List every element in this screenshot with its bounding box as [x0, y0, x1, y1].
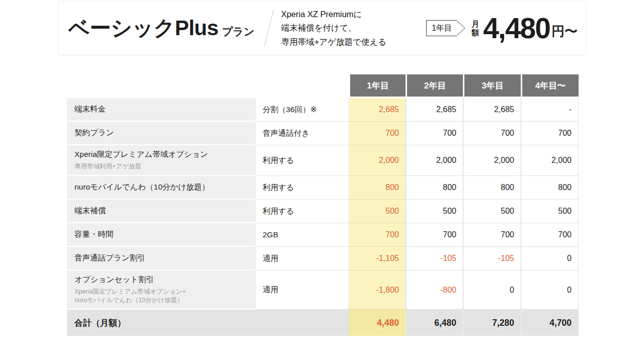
badge-label: 1年目	[426, 20, 457, 36]
row-sublabel: Xperia限定プレミアム帯域オプション+ nuroモバイルでんわ（10分かけ放…	[74, 288, 250, 305]
row-option: 2GB	[255, 223, 349, 247]
row-value-year-3: 800	[463, 176, 521, 200]
row-value-year-1: 2,685	[349, 98, 406, 122]
plan-description-line: 専用帯域+アゲ放題で使える	[281, 35, 387, 49]
column-header-year-3: 3年目	[463, 74, 521, 98]
table-row: 端末料金分割（36回）※2,6852,6852,685-	[67, 98, 579, 122]
row-value-year-1: 700	[349, 122, 406, 145]
plan-description-line: 端末補償を付けて、	[281, 21, 387, 35]
price-amount: 4,480	[483, 14, 550, 43]
row-label-text: 端末料金	[74, 104, 250, 115]
first-year-badge: 1年目	[426, 20, 465, 36]
total-value-year-1: 4,480	[349, 310, 406, 336]
row-label: nuroモバイルでんわ（10分かけ放題）	[67, 176, 255, 200]
total-value-year-4: 4,700	[521, 310, 579, 336]
row-option: 利用する	[255, 200, 349, 223]
row-option: 利用する	[255, 176, 349, 200]
slash-divider	[264, 10, 274, 46]
row-value-year-1: 700	[349, 223, 406, 247]
row-value-year-4: 0	[521, 247, 579, 270]
row-label: オプションセット割引Xperia限定プレミアム帯域オプション+ nuroモバイル…	[67, 270, 255, 310]
row-value-year-4: -	[521, 98, 579, 122]
row-value-year-3: -105	[463, 247, 521, 270]
row-value-year-1: 800	[349, 176, 406, 200]
row-label-text: 端末補償	[74, 206, 250, 216]
row-label: 端末補償	[67, 200, 255, 223]
row-value-year-3: 700	[463, 122, 521, 145]
row-value-year-4: 700	[521, 122, 579, 145]
row-value-year-4: 2,000	[521, 145, 579, 176]
row-value-year-2: -800	[406, 270, 463, 310]
row-label-text: nuroモバイルでんわ（10分かけ放題）	[74, 182, 250, 193]
row-value-year-1: -1,800	[349, 270, 406, 310]
plan-name: ベーシックPlus	[68, 14, 218, 42]
row-option: 適用	[255, 270, 349, 310]
row-label-text: オプションセット割引	[74, 275, 250, 285]
per-month-label: 月額	[471, 20, 479, 37]
row-label-text: Xperia限定プレミアム帯域オプション	[74, 149, 250, 160]
row-value-year-4: 0	[521, 270, 579, 310]
row-value-year-3: 2,000	[463, 145, 521, 176]
table-row: 音声通話プラン割引適用-1,105-105-1050	[67, 247, 579, 270]
row-label-text: 容量・時間	[74, 229, 250, 240]
row-value-year-4: 500	[521, 200, 579, 223]
row-value-year-2: 500	[406, 200, 463, 223]
plan-suffix: プラン	[222, 25, 254, 39]
row-value-year-3: 500	[463, 200, 521, 223]
row-value-year-2: 2,000	[406, 145, 463, 176]
row-label: Xperia限定プレミアム帯域オプション専用帯域利用+アゲ放題	[67, 145, 255, 176]
plan-header-card: ベーシックPlus プラン Xperia XZ Premiumに 端末補償を付け…	[58, 1, 586, 55]
total-label: 合計（月額）	[67, 310, 349, 336]
row-label: 端末料金	[67, 98, 255, 122]
price-block: 1年目 月額 4,480 円〜	[426, 14, 578, 43]
row-option: 音声通話付き	[255, 122, 349, 145]
row-option: 利用する	[255, 145, 349, 176]
column-header-year-4: 4年目〜	[521, 74, 579, 98]
price-unit: 円〜	[551, 23, 578, 43]
row-value-year-3: 2,685	[463, 98, 521, 122]
row-value-year-4: 700	[521, 223, 579, 247]
row-value-year-2: -105	[406, 247, 463, 270]
row-value-year-2: 700	[406, 223, 463, 247]
table-row: 端末補償利用する500500500500	[67, 200, 579, 223]
row-value-year-1: 500	[349, 200, 406, 223]
row-label-text: 契約プラン	[74, 128, 250, 138]
row-value-year-4: 800	[521, 176, 579, 200]
row-value-year-2: 2,685	[406, 98, 463, 122]
total-row: 合計（月額）4,4806,4807,2804,700	[67, 310, 579, 336]
table-row: 契約プラン音声通話付き700700700700	[67, 122, 579, 145]
pricing-table: 1年目2年目3年目4年目〜 端末料金分割（36回）※2,6852,6852,68…	[67, 74, 579, 336]
column-header-year-2: 2年目	[406, 74, 463, 98]
header-blank-cell	[67, 74, 349, 98]
row-value-year-1: 2,000	[349, 145, 406, 176]
row-value-year-2: 800	[406, 176, 463, 200]
row-option: 分割（36回）※	[255, 98, 349, 122]
row-sublabel: 専用帯域利用+アゲ放題	[74, 162, 250, 171]
row-label-text: 音声通話プラン割引	[74, 253, 250, 263]
plan-description-line: Xperia XZ Premiumに	[281, 8, 387, 22]
total-value-year-3: 7,280	[463, 310, 521, 336]
row-option: 適用	[255, 247, 349, 270]
plan-title: ベーシックPlus プラン	[68, 14, 255, 42]
table-row: 容量・時間2GB700700700700	[67, 223, 579, 247]
total-value-year-2: 6,480	[406, 310, 463, 336]
plan-page: ベーシックPlus プラン Xperia XZ Premiumに 端末補償を付け…	[58, 1, 586, 336]
plan-description: Xperia XZ Premiumに 端末補償を付けて、 専用帯域+アゲ放題で使…	[281, 8, 387, 49]
row-label: 容量・時間	[67, 223, 255, 247]
table-row: Xperia限定プレミアム帯域オプション専用帯域利用+アゲ放題利用する2,000…	[67, 145, 579, 176]
table-row: オプションセット割引Xperia限定プレミアム帯域オプション+ nuroモバイル…	[67, 270, 579, 310]
row-value-year-1: -1,105	[349, 247, 406, 270]
row-value-year-3: 0	[463, 270, 521, 310]
column-header-year-1: 1年目	[349, 74, 406, 98]
row-value-year-3: 700	[463, 223, 521, 247]
row-label: 音声通話プラン割引	[67, 247, 255, 270]
table-header-row: 1年目2年目3年目4年目〜	[67, 74, 579, 98]
row-label: 契約プラン	[67, 122, 255, 145]
row-value-year-2: 700	[406, 122, 463, 145]
table-row: nuroモバイルでんわ（10分かけ放題）利用する800800800800	[67, 176, 579, 200]
